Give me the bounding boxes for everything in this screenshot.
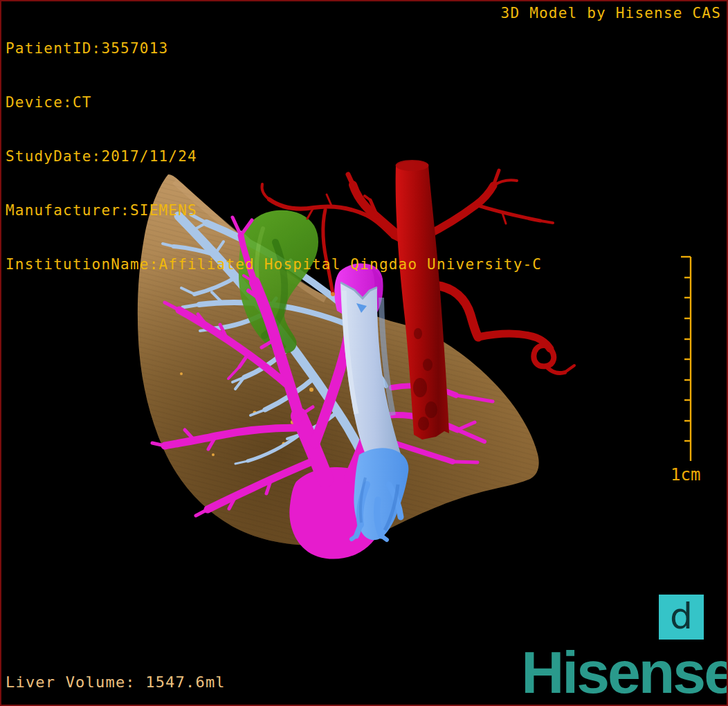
scale-bar-label: 1cm: [671, 465, 700, 485]
info-line-manufacturer: Manufacturer:SIEMENS: [6, 201, 542, 219]
info-line-institution: InstitutionName:Affiliated Hospital Qing…: [6, 255, 542, 273]
liver-volume-text: Liver Volume: 1547.6ml: [6, 673, 226, 691]
3d-viewport[interactable]: PatientID:3557013 Device:CT StudyDate:20…: [0, 0, 728, 706]
scale-bar: 1cm: [661, 249, 709, 491]
brand-d-letter: d: [670, 598, 693, 634]
hisense-logo: Hisense: [521, 642, 728, 702]
info-line-device: Device:CT: [6, 93, 542, 111]
watermark-text: 3D Model by Hisense CAS: [501, 5, 721, 21]
patient-info-overlay: PatientID:3557013 Device:CT StudyDate:20…: [6, 3, 542, 309]
ivc-inferior-mesh: [352, 448, 408, 540]
brand-d-icon: d: [659, 595, 704, 640]
info-line-patient-id: PatientID:3557013: [6, 39, 542, 57]
info-line-study-date: StudyDate:2017/11/24: [6, 147, 542, 165]
